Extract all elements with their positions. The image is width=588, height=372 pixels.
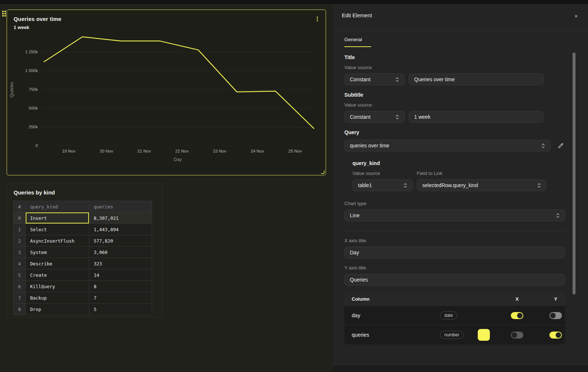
value-source-label: Value source [344, 102, 565, 108]
chart-subtitle: 1 week [14, 25, 61, 30]
section-heading-query-kind: query_kind [352, 160, 565, 166]
row-index-cell: 4 [14, 258, 26, 269]
x-axis-title-input[interactable] [344, 247, 565, 258]
type-badge: date [440, 311, 457, 319]
toggle-day-x[interactable] [511, 312, 523, 319]
chart-header: Queries over time 1 week [14, 16, 61, 30]
select-stepper-icon [556, 213, 560, 218]
columns-mapping-table: Column X Y day date queries number [344, 292, 565, 344]
panel-title: Edit Element [342, 12, 372, 18]
table-cell[interactable]: 577,820 [89, 235, 152, 247]
column-row-queries: queries number [344, 325, 565, 344]
table-row: 7Backup7 [14, 292, 152, 304]
panel-header: Edit Element × [333, 0, 588, 31]
table-row: 5Create14 [14, 269, 152, 281]
line-chart-plot [41, 33, 315, 146]
table-cell[interactable]: AsyncInsertFlush [26, 235, 89, 247]
query-select[interactable]: queries over time [344, 140, 551, 151]
tab-bar: General [344, 37, 565, 47]
y-tick-label: 750k [7, 87, 38, 92]
divider [344, 231, 565, 231]
chart-title: Queries over time [14, 16, 61, 22]
columns-table-header: Column X Y [344, 292, 565, 305]
table-element-queries-by-kind[interactable]: Queries by kind # query_kind queries 0In… [7, 183, 163, 318]
row-index-cell: 2 [14, 235, 26, 247]
table-cell[interactable]: 7 [89, 292, 152, 304]
column-header: Column [352, 296, 440, 302]
close-icon[interactable]: × [574, 13, 578, 19]
chart-type-select[interactable]: Line [344, 210, 565, 221]
panel-footer [333, 366, 588, 372]
queries-by-kind-table: # query_kind queries 0Insert8,307,0211Se… [13, 201, 152, 315]
dashboard-canvas: Queries over time 1 week Queries Day 025… [0, 0, 333, 372]
column-header-index: # [14, 201, 26, 212]
table-cell[interactable]: 3,060 [89, 247, 152, 258]
table-cell[interactable]: 323 [89, 258, 152, 269]
toggle-queries-y[interactable] [549, 332, 562, 339]
column-row-day: day date [344, 305, 565, 325]
series-color-swatch[interactable] [478, 329, 490, 341]
row-index-cell: 1 [14, 224, 26, 235]
edit-element-panel: Edit Element × General Title Value sourc… [333, 0, 588, 372]
query-select-value: queries over time [350, 143, 389, 149]
table-cell[interactable]: Backup [26, 292, 89, 304]
table-row: 2AsyncInsertFlush577,820 [14, 235, 152, 247]
kebab-menu-icon[interactable] [315, 15, 320, 22]
table-cell[interactable]: 8 [89, 281, 152, 292]
table-cell[interactable]: 1,443,894 [89, 224, 152, 235]
resize-handle[interactable] [321, 171, 325, 174]
y-tick-label: 0 [7, 143, 38, 148]
table-cell[interactable]: KillQuery [26, 281, 89, 292]
y-tick-label: 1 000k [7, 68, 38, 73]
x-tick-label: 24 Nov [243, 149, 272, 153]
select-stepper-icon [395, 77, 399, 82]
select-stepper-icon [404, 183, 407, 188]
section-heading-query: Query [344, 129, 565, 135]
x-tick-label: 20 Nov [92, 149, 121, 153]
table-row: 6KillQuery8 [14, 281, 152, 292]
subtitle-source-select[interactable]: Constant [344, 111, 405, 123]
y-header: Y [539, 296, 565, 302]
query-kind-source-value: table1 [358, 182, 372, 188]
title-value-input[interactable] [409, 74, 544, 85]
section-heading-title: Title [344, 54, 565, 60]
table-cell[interactable]: System [26, 247, 89, 258]
column-header-query-kind: query_kind [26, 201, 89, 212]
section-heading-subtitle: Subtitle [344, 92, 565, 98]
table-cell[interactable]: Describe [26, 258, 89, 269]
x-axis-title-label: X axis title [344, 238, 565, 243]
y-tick-label: 250k [7, 125, 38, 129]
row-index-cell: 0 [14, 212, 26, 224]
toggle-queries-x[interactable] [511, 332, 523, 339]
drag-handle-icon[interactable] [2, 11, 6, 17]
x-header: X [495, 296, 539, 302]
subtitle-value-input[interactable] [409, 111, 544, 123]
table-row: 1Select1,443,894 [14, 224, 152, 235]
table-cell[interactable]: Create [26, 269, 89, 281]
table-cell[interactable]: Drop [26, 304, 89, 315]
table-cell[interactable]: Insert [26, 212, 89, 224]
panel-scrollbar[interactable] [573, 53, 576, 294]
table-cell[interactable]: 5 [89, 304, 152, 315]
table-cell[interactable]: 14 [89, 269, 152, 281]
y-axis-title-input[interactable] [344, 274, 565, 286]
table-cell[interactable]: Select [26, 224, 89, 235]
field-to-link-select[interactable]: selectedRow.query_kind [417, 179, 546, 191]
row-index-cell: 6 [14, 281, 26, 292]
chart-element-queries-over-time[interactable]: Queries over time 1 week Queries Day 025… [7, 10, 326, 175]
toggle-day-y[interactable] [549, 312, 562, 319]
table-cell[interactable]: 8,307,021 [89, 212, 152, 224]
tab-general[interactable]: General [344, 37, 371, 47]
edit-query-button[interactable] [556, 141, 565, 150]
y-tick-label: 500k [7, 106, 38, 110]
table-row: 8Drop5 [14, 304, 152, 315]
x-axis-title: Day [41, 157, 315, 162]
subtitle-source-value: Constant [350, 114, 370, 120]
line-chart-svg [41, 33, 315, 146]
query-kind-source-select[interactable]: table1 [352, 179, 413, 191]
x-tick-label: 25 Nov [280, 149, 310, 153]
title-source-select[interactable]: Constant [344, 74, 405, 85]
x-tick-label: 19 Nov [54, 149, 83, 153]
title-source-value: Constant [350, 76, 370, 82]
chart-type-value: Line [350, 212, 359, 218]
